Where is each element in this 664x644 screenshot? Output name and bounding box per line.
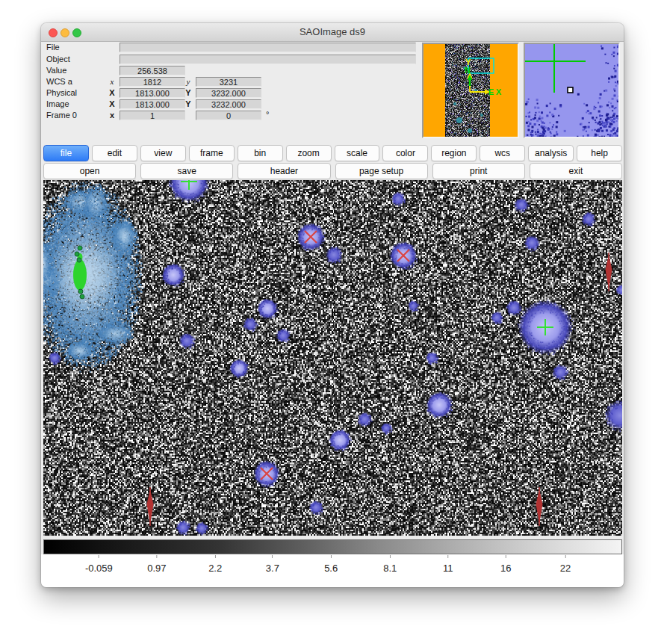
menu-tab-analysis[interactable]: analysis — [528, 145, 574, 161]
colorbar-tick-label: 16 — [500, 563, 511, 574]
wcs-y-label: y — [183, 77, 193, 87]
menu-button-row: opensaveheaderpage setupprintexit — [43, 163, 622, 179]
physical-x-field[interactable] — [120, 88, 185, 98]
colorbar-tick-label: 22 — [560, 563, 571, 574]
desktop: SAOImage ds9 File Object Value WCS a x y… — [0, 0, 664, 644]
image-y-label: Y — [183, 99, 193, 109]
image-x-label: X — [107, 99, 117, 109]
colorbar-tick-label: 2.2 — [208, 563, 222, 574]
wcs-label: WCS a — [46, 77, 72, 87]
menu-button-save[interactable]: save — [140, 163, 233, 179]
wcs-x-field[interactable] — [120, 77, 185, 87]
colorbar-tick-label: 3.7 — [266, 563, 279, 574]
menu-tab-file[interactable]: file — [43, 145, 89, 161]
colorbar-tick: 16 — [500, 555, 511, 574]
frame-x-field[interactable] — [120, 111, 185, 120]
colorbar-scale: -0.0590.972.23.75.68.1111622 — [41, 554, 624, 587]
image-y-field[interactable] — [196, 99, 261, 109]
colorbar-tick: 5.6 — [324, 555, 338, 574]
colorbar-tick: 11 — [443, 555, 453, 574]
menu-tab-region[interactable]: region — [431, 145, 477, 161]
menu-button-print[interactable]: print — [432, 163, 525, 179]
colorbar-tick: 22 — [560, 555, 571, 574]
menu-tab-row: fileeditviewframebinzoomscalecolorregion… — [43, 145, 622, 161]
wcs-x-label: x — [107, 77, 117, 87]
menu-tab-bin[interactable]: bin — [238, 145, 283, 161]
wcs-y-field[interactable] — [196, 77, 261, 87]
image-x-field[interactable] — [120, 99, 185, 109]
menu-tab-view[interactable]: view — [140, 145, 186, 161]
colorbar-tick-label: 5.6 — [324, 563, 338, 574]
value-field[interactable] — [120, 66, 185, 75]
colorbar-tick-label: 11 — [443, 563, 453, 574]
ds9-window: SAOImage ds9 File Object Value WCS a x y… — [41, 23, 624, 587]
magnifier-canvas[interactable] — [525, 44, 618, 137]
menu-tab-zoom[interactable]: zoom — [286, 145, 332, 161]
menu-tab-frame[interactable]: frame — [189, 145, 235, 161]
menu-tab-wcs[interactable]: wcs — [480, 145, 525, 161]
physical-label: Physical — [46, 88, 77, 98]
file-label: File — [46, 43, 60, 52]
main-image-canvas[interactable] — [43, 180, 622, 536]
colorbar-tick-label: 8.1 — [383, 563, 397, 574]
menu-tab-help[interactable]: help — [577, 145, 622, 161]
colorbar-tick: 2.2 — [208, 555, 222, 574]
physical-x-label: X — [107, 88, 117, 98]
frame-label: Frame 0 — [46, 111, 77, 120]
title-bar[interactable]: SAOImage ds9 — [41, 23, 624, 42]
colorbar-tick-label: -0.059 — [85, 563, 113, 574]
object-label: Object — [46, 55, 70, 64]
menu-button-open[interactable]: open — [43, 163, 136, 179]
menu-tab-scale[interactable]: scale — [335, 145, 380, 161]
panner[interactable] — [422, 43, 519, 138]
menu-button-header[interactable]: header — [238, 163, 330, 179]
menu-button-exit[interactable]: exit — [530, 163, 622, 179]
window-title: SAOImage ds9 — [41, 26, 624, 37]
colorbar-tick: -0.059 — [85, 555, 113, 574]
colorbar-tick-label: 0.97 — [147, 563, 166, 574]
magnifier[interactable] — [524, 43, 620, 138]
image-label: Image — [46, 99, 69, 109]
colorbar[interactable] — [43, 539, 622, 554]
colorbar-tick: 3.7 — [266, 555, 279, 574]
degree-symbol: ° — [266, 110, 269, 120]
menu-tab-color[interactable]: color — [382, 145, 428, 161]
file-field[interactable] — [120, 43, 416, 52]
value-label: Value — [46, 66, 66, 75]
frame-rotation-field[interactable] — [196, 111, 261, 120]
colorbar-tick: 8.1 — [383, 555, 397, 574]
colorbar-ticks: -0.0590.972.23.75.68.1111622 — [43, 554, 622, 587]
physical-y-label: Y — [183, 88, 193, 98]
panner-canvas[interactable] — [423, 44, 518, 137]
colorbar-tick: 0.97 — [147, 555, 166, 574]
menu-tab-edit[interactable]: edit — [92, 145, 137, 161]
menu-button-page-setup[interactable]: page setup — [335, 163, 428, 179]
frame-x-label: x — [107, 111, 117, 120]
physical-y-field[interactable] — [196, 88, 261, 98]
object-field[interactable] — [120, 55, 416, 64]
